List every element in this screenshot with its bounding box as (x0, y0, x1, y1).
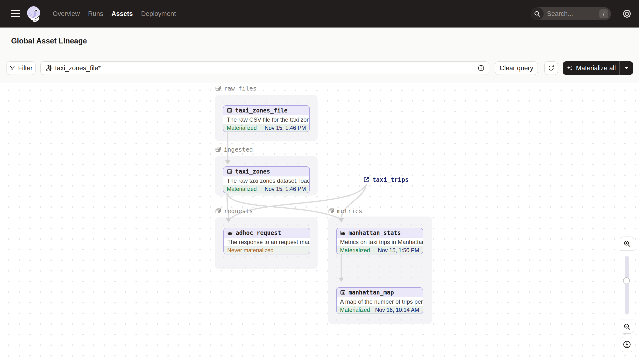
asset-selector-icon (45, 65, 52, 72)
lineage-toolbar: Filter taxi_zones_file* Clear query (0, 54, 639, 83)
asset-description: The response to an request made in th... (224, 238, 310, 246)
main-nav: Overview Runs Assets Deployment (53, 0, 176, 28)
asset-node-header: taxi_zones_file (223, 106, 309, 115)
gear-icon[interactable] (621, 8, 633, 20)
materialization-timestamp: Nov 16, 10:14 AM (375, 307, 419, 313)
asset-node-taxi-zones[interactable]: taxi_zones The raw taxi zones dataset, l… (223, 166, 310, 193)
materialization-timestamp: Nov 15, 1:50 PM (378, 247, 419, 254)
page-title: Global Asset Lineage (11, 28, 87, 54)
clear-query-button[interactable]: Clear query (495, 61, 538, 75)
asset-description: The raw taxi zones dataset, loaded int..… (223, 176, 309, 185)
status-badge: Materialized (227, 125, 257, 131)
funnel-icon (10, 65, 15, 71)
group-label-ingested[interactable]: ingested (215, 146, 253, 153)
group-label-metrics[interactable]: metrics (328, 208, 362, 214)
refresh-icon (548, 65, 554, 71)
asset-description: The raw CSV file for the taxi zones dat.… (223, 115, 309, 124)
lineage-edges (0, 82, 639, 364)
filter-label: Filter (18, 64, 33, 72)
materialize-all-button[interactable]: Materialize all (563, 61, 633, 75)
sparkles-icon (566, 65, 573, 72)
download-view-button[interactable] (620, 337, 634, 352)
group-name: raw_files (224, 85, 256, 92)
zoom-in-icon (623, 240, 630, 247)
external-asset-name: taxi_trips (372, 176, 409, 183)
lineage-canvas[interactable]: raw_files ingested requests metrics taxi… (0, 82, 639, 364)
asset-node-manhattan-stats[interactable]: manhattan_stats Metrics on taxi trips in… (336, 228, 423, 254)
group-label-requests[interactable]: requests (215, 208, 253, 214)
asset-status-row: Materialized Nov 15, 1:50 PM (337, 246, 423, 254)
asset-status-row: Never materialized (224, 246, 310, 254)
search-icon (530, 7, 544, 20)
nav-item-runs[interactable]: Runs (88, 10, 103, 18)
asset-group-icon (328, 208, 334, 214)
zoom-slider[interactable] (625, 256, 628, 314)
filter-button[interactable]: Filter (7, 61, 36, 75)
refresh-graph-button[interactable] (544, 61, 558, 75)
materialize-all-label: Materialize all (576, 64, 616, 72)
external-asset-taxi-trips[interactable]: taxi_trips (363, 176, 409, 183)
asset-group-icon (215, 208, 221, 214)
table-icon (227, 108, 232, 113)
asset-status-row: Materialized Nov 15, 1:46 PM (223, 185, 309, 192)
info-icon[interactable] (478, 65, 484, 72)
chevron-down-icon (624, 66, 628, 70)
page-header: Global Asset Lineage Reload definitions (0, 28, 639, 55)
group-name: ingested (224, 146, 253, 153)
search-input[interactable]: Search... / (530, 7, 611, 20)
external-link-icon (363, 176, 369, 183)
asset-node-header: manhattan_map (337, 288, 423, 297)
materialization-timestamp: Nov 15, 1:46 PM (265, 125, 306, 131)
asset-query-input[interactable]: taxi_zones_file* (40, 61, 489, 75)
asset-name: adhoc_request (236, 230, 281, 236)
asset-query-value: taxi_zones_file* (55, 64, 474, 72)
asset-name: manhattan_map (348, 289, 394, 296)
asset-description: Metrics on taxi trips in Manhattan (337, 238, 423, 246)
nav-item-assets[interactable]: Assets (112, 10, 133, 18)
download-icon (623, 340, 631, 348)
search-shortcut-badge: / (599, 10, 608, 18)
dagster-logo-icon[interactable] (26, 5, 43, 23)
asset-node-header: taxi_zones (223, 167, 309, 176)
materialization-timestamp: Nov 15, 1:46 PM (265, 186, 306, 192)
status-badge: Materialized (340, 307, 370, 313)
nav-item-overview[interactable]: Overview (53, 10, 80, 18)
group-label-raw-files[interactable]: raw_files (215, 85, 256, 92)
zoom-controls (620, 236, 634, 334)
asset-node-manhattan-map[interactable]: manhattan_map A map of the number of tri… (336, 287, 423, 314)
table-icon (340, 290, 346, 295)
top-nav: Overview Runs Assets Deployment Search..… (0, 0, 639, 28)
materialize-options-caret[interactable] (619, 61, 633, 75)
asset-status-row: Materialized Nov 16, 10:14 AM (337, 306, 423, 314)
status-badge: Materialized (227, 186, 257, 192)
asset-node-taxi-zones-file[interactable]: taxi_zones_file The raw CSV file for the… (223, 105, 310, 132)
asset-node-adhoc-request[interactable]: adhoc_request The response to an request… (223, 228, 310, 254)
zoom-out-button[interactable] (620, 320, 634, 333)
zoom-slider-thumb[interactable] (623, 277, 630, 284)
menu-icon[interactable] (11, 10, 20, 18)
search-placeholder: Search... (547, 10, 599, 18)
group-name: metrics (337, 208, 362, 214)
asset-node-header: manhattan_stats (337, 228, 423, 238)
group-name: requests (224, 208, 253, 214)
asset-name: taxi_zones (235, 168, 270, 175)
asset-name: taxi_zones_file (235, 107, 288, 114)
table-icon (340, 230, 346, 236)
asset-name: manhattan_stats (348, 230, 401, 236)
table-icon (227, 169, 232, 174)
clear-query-label: Clear query (500, 64, 533, 72)
asset-group-icon (215, 146, 221, 153)
table-icon (227, 230, 233, 236)
asset-group-icon (215, 85, 221, 92)
asset-description: A map of the number of trips per taxi z.… (337, 297, 423, 306)
zoom-in-button[interactable] (620, 237, 634, 250)
zoom-out-icon (623, 323, 630, 330)
asset-node-header: adhoc_request (224, 228, 310, 238)
status-badge: Materialized (340, 247, 370, 254)
asset-status-row: Materialized Nov 15, 1:46 PM (223, 124, 309, 132)
nav-item-deployment[interactable]: Deployment (141, 10, 176, 18)
status-badge: Never materialized (227, 247, 274, 254)
